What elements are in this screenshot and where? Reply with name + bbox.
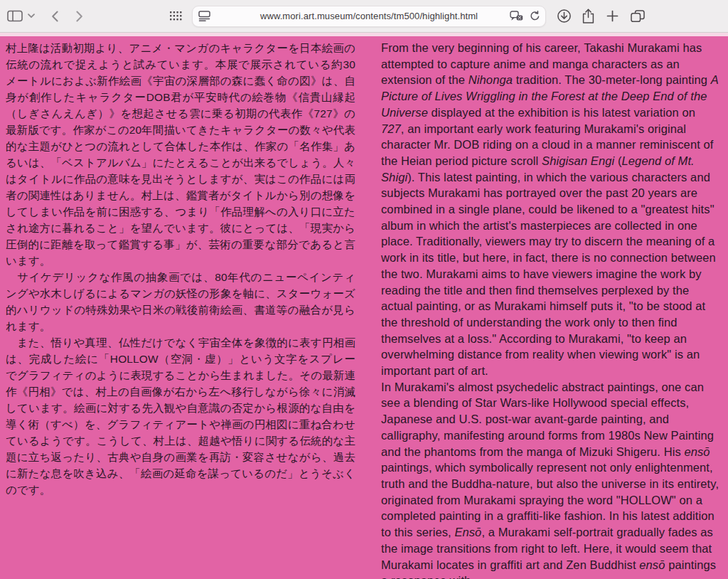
paragraph: サイケデリックな作風の抽象画では、80年代のニューペインティングや水木しげるによ… bbox=[6, 269, 355, 334]
english-text-column: From the very beginning of his career, T… bbox=[381, 38, 719, 579]
toolbar-right-cluster bbox=[555, 6, 648, 27]
share-button[interactable] bbox=[579, 6, 597, 27]
sidebar-chevron-button[interactable] bbox=[26, 6, 37, 27]
tab-overview-button[interactable] bbox=[627, 6, 648, 27]
japanese-text-column: 村上隆は活動初期より、アニメ・マンガのキャラクターを日本絵画の伝統の流れで捉えよ… bbox=[6, 38, 355, 579]
translate-icon bbox=[510, 11, 523, 21]
reader-icon bbox=[198, 11, 210, 21]
page-menu-button[interactable] bbox=[198, 11, 210, 21]
new-tab-button[interactable] bbox=[603, 6, 621, 27]
browser-toolbar: www.mori.art.museum/contents/tm500/highl… bbox=[0, 0, 728, 33]
chevron-down-icon bbox=[28, 14, 35, 18]
downloads-button[interactable] bbox=[555, 6, 573, 27]
paragraph: また、悟りや真理、仏性だけでなく宇宙全体を象徴的に表す円相画は、完成した絵に「H… bbox=[6, 334, 355, 498]
address-bar[interactable]: www.mori.art.museum/contents/tm500/highl… bbox=[192, 6, 546, 27]
grid-icon bbox=[170, 11, 182, 21]
paragraph: In Murakami's almost psychedelic abstrac… bbox=[381, 379, 719, 579]
download-icon bbox=[557, 9, 572, 23]
back-button[interactable] bbox=[46, 6, 64, 27]
sidebar-toggle-button[interactable] bbox=[6, 6, 24, 27]
back-icon bbox=[51, 11, 59, 22]
page-content: 村上隆は活動初期より、アニメ・マンガのキャラクターを日本絵画の伝統の流れで捉えよ… bbox=[0, 36, 728, 579]
new-tab-icon bbox=[606, 10, 619, 22]
safari-window: www.mori.art.museum/contents/tm500/highl… bbox=[0, 0, 728, 579]
tab-overview-icon bbox=[631, 10, 645, 23]
paragraph: 村上隆は活動初期より、アニメ・マンガのキャラクターを日本絵画の伝統の流れで捉えよ… bbox=[6, 40, 355, 269]
forward-button[interactable] bbox=[70, 6, 88, 27]
reload-icon bbox=[530, 11, 540, 21]
share-icon bbox=[582, 9, 595, 24]
tab-group-grid-button[interactable] bbox=[166, 6, 185, 27]
translate-button[interactable] bbox=[510, 11, 523, 21]
reload-button[interactable] bbox=[530, 11, 540, 21]
url-text: www.mori.art.museum/contents/tm500/highl… bbox=[193, 11, 545, 21]
forward-icon bbox=[75, 11, 83, 22]
paragraph: From the very beginning of his career, T… bbox=[381, 40, 719, 379]
sidebar-icon bbox=[7, 10, 23, 22]
